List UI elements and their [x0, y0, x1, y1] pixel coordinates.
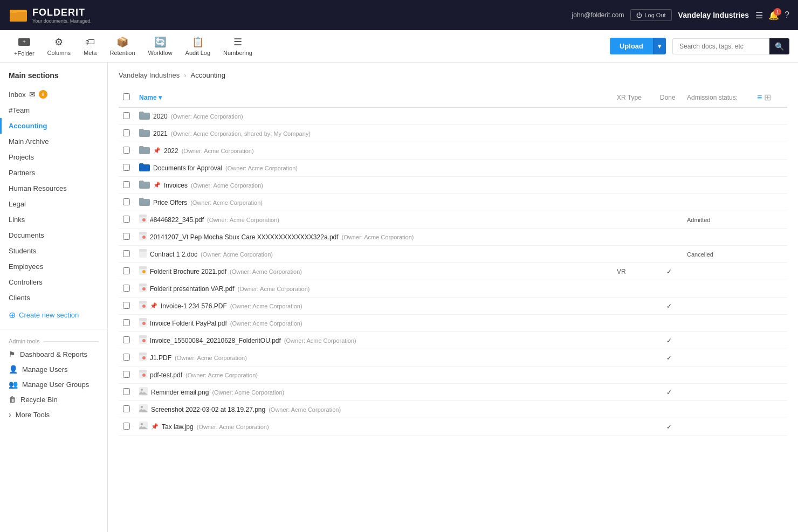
- settings-action-icon[interactable]: ⚙: [765, 129, 772, 137]
- row-checkbox[interactable]: [123, 250, 130, 257]
- sidebar-item-human-resources[interactable]: Human Resources: [0, 181, 107, 196]
- admin-manage-user-groups[interactable]: 👥 Manage User Groups: [0, 377, 107, 392]
- upload-button[interactable]: Upload: [610, 38, 653, 54]
- create-new-section-button[interactable]: ⊕ Create new section: [0, 306, 107, 324]
- row-checkbox[interactable]: [123, 164, 130, 171]
- settings-action-icon[interactable]: ⚙: [765, 388, 772, 396]
- row-checkbox[interactable]: [123, 129, 130, 136]
- file-name[interactable]: Documents for Approval: [153, 164, 222, 172]
- share-action-icon[interactable]: ⇆: [757, 320, 762, 327]
- share-action-icon[interactable]: ⇆: [757, 389, 762, 396]
- file-name[interactable]: 2021: [153, 130, 168, 137]
- audit-log-button[interactable]: 📋 Audit Log: [180, 33, 216, 59]
- row-checkbox[interactable]: [123, 181, 130, 188]
- help-icon[interactable]: ?: [785, 10, 789, 20]
- sidebar-item-team[interactable]: #Team: [0, 102, 107, 118]
- share-action-icon[interactable]: ⇆: [757, 130, 762, 137]
- add-folder-button[interactable]: + +Folder: [9, 33, 40, 60]
- user-action-icon[interactable]: 👤: [774, 147, 783, 155]
- select-all-checkbox-header[interactable]: [119, 88, 135, 107]
- sidebar-item-partners[interactable]: Partners: [0, 165, 107, 181]
- file-name[interactable]: Invoice Folderit PayPal.pdf: [150, 320, 227, 327]
- row-checkbox[interactable]: [123, 336, 130, 343]
- user-action-icon[interactable]: 👤: [774, 112, 783, 120]
- file-name[interactable]: Tax law.jpg: [162, 423, 194, 431]
- user-action-icon[interactable]: 👤: [774, 164, 783, 172]
- share-action-icon[interactable]: ⇆: [757, 251, 762, 258]
- share-action-icon[interactable]: ⇆: [757, 302, 762, 310]
- row-checkbox[interactable]: [123, 423, 130, 430]
- select-all-checkbox[interactable]: [123, 93, 130, 100]
- share-action-icon[interactable]: ⇆: [757, 423, 762, 431]
- file-name[interactable]: Invoices: [164, 182, 188, 189]
- row-checkbox[interactable]: [123, 216, 130, 223]
- sidebar-item-documents[interactable]: Documents: [0, 227, 107, 243]
- share-action-icon[interactable]: ⇆: [757, 406, 762, 413]
- settings-action-icon[interactable]: ⚙: [765, 319, 772, 327]
- sidebar-item-legal[interactable]: Legal: [0, 196, 107, 212]
- row-checkbox[interactable]: [123, 388, 130, 395]
- admin-dashboard-reports[interactable]: ⚑ Dashboard & Reports: [0, 347, 107, 362]
- user-action-icon[interactable]: 👤: [774, 388, 783, 396]
- sidebar-item-employees[interactable]: Employees: [0, 259, 107, 274]
- retention-button[interactable]: 📦 Retention: [104, 33, 140, 59]
- share-action-icon[interactable]: ⇆: [757, 233, 762, 241]
- settings-action-icon[interactable]: ⚙: [765, 405, 772, 413]
- settings-action-icon[interactable]: ⚙: [765, 233, 772, 241]
- admin-manage-users[interactable]: 👤 Manage Users: [0, 362, 107, 377]
- user-action-icon[interactable]: 👤: [774, 354, 783, 362]
- columns-button[interactable]: ⚙ Columns: [42, 33, 76, 59]
- row-checkbox[interactable]: [123, 285, 130, 292]
- list-view-button[interactable]: ≡: [757, 93, 762, 102]
- file-name[interactable]: Invoice_15500084_20210628_FolderitOU.pdf: [150, 337, 281, 344]
- share-action-icon[interactable]: ⇆: [757, 182, 762, 189]
- file-name[interactable]: 2022: [164, 147, 178, 155]
- sidebar-item-inbox[interactable]: Inbox ✉ 9: [0, 86, 107, 102]
- row-checkbox[interactable]: [123, 198, 130, 205]
- row-checkbox[interactable]: [123, 233, 130, 240]
- file-name[interactable]: Screenshot 2022-03-02 at 18.19.27.png: [151, 406, 265, 413]
- user-action-icon[interactable]: 👤: [774, 302, 783, 310]
- user-action-icon[interactable]: 👤: [774, 319, 783, 327]
- user-action-icon[interactable]: 👤: [774, 233, 783, 241]
- file-name[interactable]: 2020: [153, 113, 168, 120]
- sidebar-item-main-archive[interactable]: Main Archive: [0, 134, 107, 149]
- row-checkbox[interactable]: [123, 319, 130, 326]
- sidebar-item-clients[interactable]: Clients: [0, 290, 107, 306]
- user-action-icon[interactable]: 👤: [774, 129, 783, 137]
- share-action-icon[interactable]: ⇆: [757, 354, 762, 362]
- share-action-icon[interactable]: ⇆: [757, 216, 762, 224]
- row-checkbox[interactable]: [123, 354, 130, 361]
- sidebar-item-controllers[interactable]: Controllers: [0, 274, 107, 290]
- row-checkbox[interactable]: [123, 371, 130, 378]
- settings-action-icon[interactable]: ⚙: [765, 164, 772, 172]
- share-action-icon[interactable]: ⇆: [757, 147, 762, 155]
- settings-action-icon[interactable]: ⚙: [765, 285, 772, 293]
- settings-action-icon[interactable]: ⚙: [765, 198, 772, 206]
- user-action-icon[interactable]: 👤: [774, 198, 783, 206]
- share-action-icon[interactable]: ⇆: [757, 371, 762, 379]
- meta-button[interactable]: 🏷 Meta: [78, 33, 102, 59]
- user-action-icon[interactable]: 👤: [774, 250, 783, 258]
- settings-action-icon[interactable]: ⚙: [765, 147, 772, 155]
- user-action-icon[interactable]: 👤: [774, 181, 783, 189]
- search-button[interactable]: 🔍: [769, 38, 789, 54]
- row-checkbox[interactable]: [123, 147, 130, 154]
- user-action-icon[interactable]: 👤: [774, 267, 783, 275]
- file-name[interactable]: Folderit Brochure 2021.pdf: [150, 268, 226, 275]
- user-action-icon[interactable]: 👤: [774, 336, 783, 344]
- row-checkbox[interactable]: [123, 302, 130, 309]
- share-action-icon[interactable]: ⇆: [757, 199, 762, 206]
- logout-button[interactable]: ⏻ Log Out: [630, 9, 671, 21]
- settings-action-icon[interactable]: ⚙: [765, 181, 772, 189]
- user-action-icon[interactable]: 👤: [774, 216, 783, 224]
- settings-action-icon[interactable]: ⚙: [765, 302, 772, 310]
- settings-action-icon[interactable]: ⚙: [765, 216, 772, 224]
- settings-action-icon[interactable]: ⚙: [765, 267, 772, 275]
- file-name[interactable]: Price Offers: [153, 199, 187, 206]
- user-action-icon[interactable]: 👤: [774, 371, 783, 379]
- admin-more-tools[interactable]: › More Tools: [0, 407, 107, 422]
- settings-action-icon[interactable]: ⚙: [765, 336, 772, 344]
- share-action-icon[interactable]: ⇆: [757, 113, 762, 120]
- admin-recycle-bin[interactable]: 🗑 Recycle Bin: [0, 392, 107, 407]
